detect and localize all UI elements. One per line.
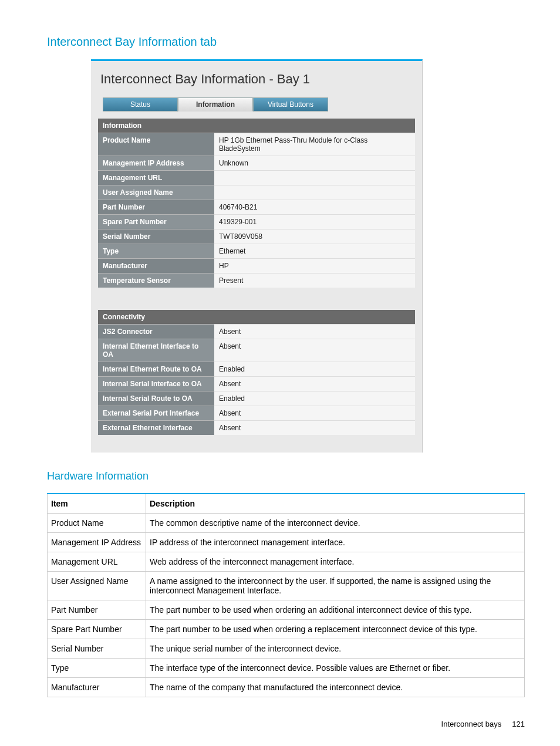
- row-value: Absent: [214, 421, 415, 436]
- row-value: Absent: [214, 325, 415, 339]
- desc-col-item: Item: [48, 494, 146, 514]
- table-row: TypeEthernet: [98, 244, 415, 259]
- row-value: HP 1Gb Ethernet Pass-Thru Module for c-C…: [214, 133, 415, 156]
- table-row: Internal Ethernet Route to OAEnabled: [98, 362, 415, 377]
- desc-item: Serial Number: [48, 639, 146, 659]
- table-row: User Assigned NameA name assigned to the…: [48, 572, 525, 600]
- row-value: [214, 185, 415, 200]
- row-value: 406740-B21: [214, 200, 415, 215]
- desc-description: The interface type of the interconnect d…: [146, 659, 525, 678]
- row-label: Internal Ethernet Interface to OA: [98, 339, 214, 362]
- desc-item: Type: [48, 659, 146, 678]
- section-title: Interconnect Bay Information tab: [47, 35, 525, 49]
- desc-description: The common descriptive name of the inter…: [146, 514, 525, 533]
- table-row: External Ethernet InterfaceAbsent: [98, 421, 415, 436]
- row-label: Management IP Address: [98, 156, 214, 171]
- sub-section-title: Hardware Information: [47, 470, 525, 482]
- row-label: Type: [98, 244, 214, 259]
- table-row: External Serial Port InterfaceAbsent: [98, 406, 415, 421]
- row-value: Present: [214, 274, 415, 288]
- desc-description: The part number to be used when ordering…: [146, 620, 525, 639]
- table-row: User Assigned Name: [98, 185, 415, 200]
- table-row: ManufacturerHP: [98, 259, 415, 274]
- page-footer: Interconnect bays 121: [441, 720, 525, 728]
- table-row: Serial NumberTWT809V058: [98, 229, 415, 244]
- desc-description: The name of the company that manufacture…: [146, 678, 525, 697]
- table-row: Part Number406740-B21: [98, 200, 415, 215]
- desc-item: Spare Part Number: [48, 620, 146, 639]
- table-row: TypeThe interface type of the interconne…: [48, 659, 525, 678]
- desc-item: Part Number: [48, 600, 146, 620]
- desc-item: Manufacturer: [48, 678, 146, 697]
- table-row: Product NameThe common descriptive name …: [48, 514, 525, 533]
- desc-item: Management IP Address: [48, 533, 146, 552]
- table-row: Product NameHP 1Gb Ethernet Pass-Thru Mo…: [98, 133, 415, 156]
- row-value: Absent: [214, 406, 415, 421]
- table-row: Internal Serial Route to OAEnabled: [98, 391, 415, 406]
- tab-information[interactable]: Information: [178, 97, 253, 112]
- row-label: Internal Serial Route to OA: [98, 391, 214, 406]
- desc-item: Management URL: [48, 552, 146, 572]
- table-row: Management IP AddressUnknown: [98, 156, 415, 171]
- row-label: Manufacturer: [98, 259, 214, 274]
- information-table: InformationProduct NameHP 1Gb Ethernet P…: [98, 119, 415, 288]
- row-label: User Assigned Name: [98, 185, 214, 200]
- table-row: ManufacturerThe name of the company that…: [48, 678, 525, 697]
- desc-description: Web address of the interconnect manageme…: [146, 552, 525, 572]
- row-label: Temperature Sensor: [98, 274, 214, 288]
- row-label: Part Number: [98, 200, 214, 215]
- tab-status[interactable]: Status: [103, 97, 178, 112]
- table-row: Internal Ethernet Interface to OAAbsent: [98, 339, 415, 362]
- row-label: Serial Number: [98, 229, 214, 244]
- footer-text: Interconnect bays: [441, 720, 502, 728]
- row-label: Spare Part Number: [98, 215, 214, 229]
- row-value: TWT809V058: [214, 229, 415, 244]
- table-section-header: Connectivity: [98, 310, 415, 325]
- row-label: External Ethernet Interface: [98, 421, 214, 436]
- row-value: Absent: [214, 377, 415, 391]
- table-row: Spare Part NumberThe part number to be u…: [48, 620, 525, 639]
- table-row: Management IP AddressIP address of the i…: [48, 533, 525, 552]
- desc-description: A name assigned to the interconnect by t…: [146, 572, 525, 600]
- table-row: Part NumberThe part number to be used wh…: [48, 600, 525, 620]
- row-label: External Serial Port Interface: [98, 406, 214, 421]
- row-label: Internal Ethernet Route to OA: [98, 362, 214, 377]
- row-value: Ethernet: [214, 244, 415, 259]
- table-row: Internal Serial Interface to OAAbsent: [98, 377, 415, 391]
- row-value: Enabled: [214, 391, 415, 406]
- info-panel: Interconnect Bay Information - Bay 1 Sta…: [91, 59, 423, 453]
- panel-title: Interconnect Bay Information - Bay 1: [100, 72, 415, 87]
- page: Interconnect Bay Information tab Interco…: [0, 0, 560, 746]
- table-row: Spare Part Number419329-001: [98, 215, 415, 229]
- row-value: Enabled: [214, 362, 415, 377]
- description-table: Item Description Product NameThe common …: [47, 493, 525, 697]
- row-value: [214, 171, 415, 185]
- row-label: Product Name: [98, 133, 214, 156]
- row-label: Internal Serial Interface to OA: [98, 377, 214, 391]
- table-row: Management URLWeb address of the interco…: [48, 552, 525, 572]
- row-value: 419329-001: [214, 215, 415, 229]
- row-value: Unknown: [214, 156, 415, 171]
- table-row: JS2 ConnectorAbsent: [98, 325, 415, 339]
- table-row: Serial NumberThe unique serial number of…: [48, 639, 525, 659]
- table-section-header: Information: [98, 119, 415, 133]
- desc-col-description: Description: [146, 494, 525, 514]
- desc-description: The part number to be used when ordering…: [146, 600, 525, 620]
- connectivity-table: ConnectivityJS2 ConnectorAbsentInternal …: [98, 310, 415, 435]
- table-row: Management URL: [98, 171, 415, 185]
- desc-item: Product Name: [48, 514, 146, 533]
- desc-description: IP address of the interconnect managemen…: [146, 533, 525, 552]
- row-label: JS2 Connector: [98, 325, 214, 339]
- footer-page: 121: [512, 720, 525, 728]
- row-value: HP: [214, 259, 415, 274]
- desc-item: User Assigned Name: [48, 572, 146, 600]
- tab-virtual-buttons[interactable]: Virtual Buttons: [253, 97, 328, 112]
- row-label: Management URL: [98, 171, 214, 185]
- row-value: Absent: [214, 339, 415, 362]
- tabbar: Status Information Virtual Buttons: [103, 97, 415, 112]
- table-row: Temperature SensorPresent: [98, 274, 415, 288]
- desc-description: The unique serial number of the intercon…: [146, 639, 525, 659]
